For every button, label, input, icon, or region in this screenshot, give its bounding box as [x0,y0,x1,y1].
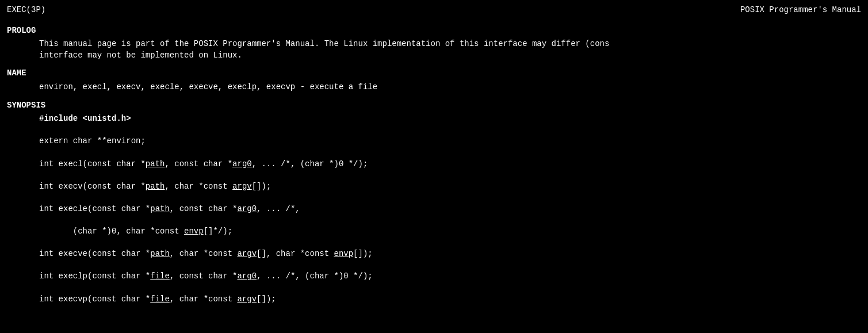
synopsis-line-1: int execl(const char *path, const char *… [39,159,861,170]
synopsis-content: #include <unistd.h> extern char **enviro… [7,113,861,316]
synopsis-line-3: int execle(const char *path, const char … [39,204,861,215]
synopsis-line-4: (char *)0, char *const envp[]*/); [39,226,861,238]
header-left: EXEC(3P) [7,5,45,16]
name-title: NAME [7,68,861,79]
prolog-title: PROLOG [7,25,861,37]
section-name: NAME environ, execl, execv, execle, exec… [7,68,861,93]
header: EXEC(3P) POSIX Programmer's Manual [7,5,861,16]
synopsis-title: SYNOPSIS [7,100,861,112]
synopsis-line-7: int execvp(const char *file, char *const… [39,294,861,305]
section-synopsis: SYNOPSIS #include <unistd.h> extern char… [7,100,861,316]
synopsis-line-5: int execve(const char *path, char *const… [39,248,861,260]
synopsis-line-2: int execv(const char *path, char *const … [39,181,861,193]
synopsis-line-6: int execlp(const char *file, const char … [39,271,861,282]
section-prolog: PROLOG This manual page is part of the P… [7,25,861,62]
header-right: POSIX Programmer's Manual [740,5,861,16]
name-text: environ, execl, execv, execle, execve, e… [7,82,861,93]
synopsis-line-0: extern char **environ; [39,136,861,147]
prolog-text: This manual page is part of the POSIX Pr… [7,39,861,61]
synopsis-include: #include <unistd.h> [39,113,861,125]
